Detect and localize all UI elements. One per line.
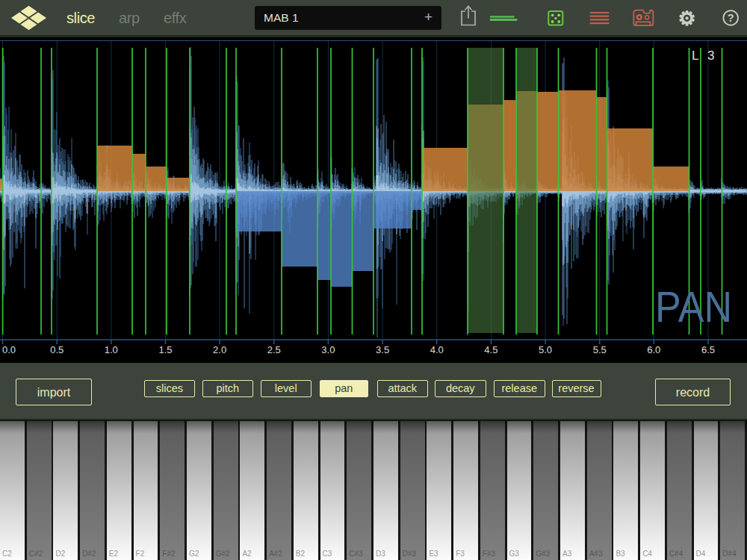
svg-text:3.0: 3.0 bbox=[321, 344, 335, 355]
svg-text:5.0: 5.0 bbox=[539, 344, 552, 355]
svg-text:4.0: 4.0 bbox=[430, 344, 444, 355]
svg-text:6.5: 6.5 bbox=[701, 344, 715, 355]
svg-text:L: L bbox=[692, 49, 698, 63]
svg-text:1.0: 1.0 bbox=[105, 344, 118, 355]
svg-text:1.5: 1.5 bbox=[158, 344, 172, 355]
svg-text:5.5: 5.5 bbox=[593, 344, 607, 355]
svg-text:2.0: 2.0 bbox=[213, 344, 226, 355]
svg-text:PAN: PAN bbox=[655, 282, 732, 331]
svg-text:3: 3 bbox=[707, 49, 714, 63]
svg-text:2.5: 2.5 bbox=[267, 344, 281, 355]
svg-text:4.5: 4.5 bbox=[484, 344, 498, 355]
svg-text:6.0: 6.0 bbox=[647, 344, 660, 355]
svg-text:0.5: 0.5 bbox=[50, 344, 63, 355]
svg-text:3.5: 3.5 bbox=[376, 344, 389, 355]
svg-text:0.0: 0.0 bbox=[2, 344, 16, 355]
svg-text:?: ? bbox=[728, 12, 734, 24]
